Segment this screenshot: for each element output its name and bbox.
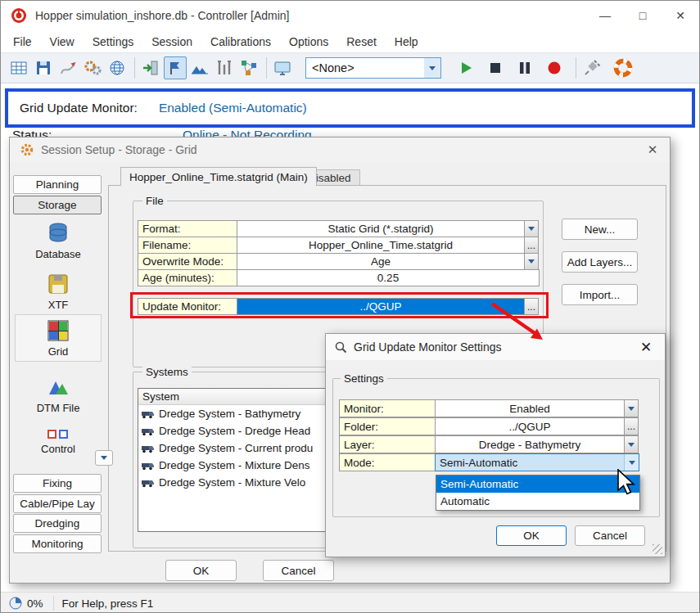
option-semi-automatic[interactable]: Semi-Automatic xyxy=(436,476,639,493)
add-layers-button[interactable]: Add Layers... xyxy=(562,251,638,273)
menu-reset[interactable]: Reset xyxy=(337,30,386,52)
monitor-ok-button[interactable]: OK xyxy=(496,525,567,546)
menu-options[interactable]: Options xyxy=(280,30,337,52)
overwrite-mode-dropdown-button[interactable] xyxy=(524,253,539,270)
filename-value[interactable]: Hopper_Online_Time.statgrid xyxy=(237,237,525,254)
help-lifering-icon[interactable] xyxy=(612,56,635,79)
minimize-button[interactable]: — xyxy=(586,1,624,30)
import-button[interactable]: Import... xyxy=(562,284,638,305)
menu-calibrations[interactable]: Calibrations xyxy=(201,30,280,52)
route-icon[interactable] xyxy=(56,56,79,79)
annotation-arrow xyxy=(487,299,553,346)
dtm-file-icon xyxy=(46,375,70,399)
xtf-label: XTF xyxy=(48,299,69,311)
menu-help[interactable]: Help xyxy=(386,30,427,52)
close-button[interactable]: ✕ xyxy=(662,1,699,30)
tab-statgrid-main[interactable]: Hopper_Online_Time.statgrid (Main) xyxy=(120,167,317,186)
progress-pie-icon xyxy=(9,597,22,610)
grid-icon xyxy=(46,318,70,343)
new-button[interactable]: New... xyxy=(562,219,638,240)
save-icon[interactable] xyxy=(32,56,55,79)
menu-file[interactable]: File xyxy=(4,30,41,52)
overwrite-mode-row: Overwrite Mode: Age xyxy=(138,253,539,270)
folder-browse-button[interactable]: ... xyxy=(624,417,639,435)
grid-table-icon[interactable] xyxy=(7,56,30,79)
monitor-close-icon[interactable]: ✕ xyxy=(637,339,655,356)
grid-update-monitor-value: Enabled (Semi-Automatic) xyxy=(159,101,307,115)
session-cancel-button[interactable]: Cancel xyxy=(263,560,334,581)
settings-group-label: Settings xyxy=(341,372,387,385)
sidebar-more-button[interactable] xyxy=(95,450,113,466)
format-value[interactable]: Static Grid (*.statgrid) xyxy=(237,220,525,237)
layer-label: Layer: xyxy=(339,435,436,453)
resize-grip[interactable] xyxy=(653,544,662,554)
sidebar-item-grid[interactable]: Grid xyxy=(15,314,102,362)
chevron-down-icon[interactable] xyxy=(624,454,639,471)
session-close-icon[interactable]: ✕ xyxy=(644,142,662,157)
sidebar-item-database[interactable]: Database xyxy=(15,218,102,264)
statusbar-help-text: For Help, press F1 xyxy=(62,597,154,610)
monitor-value[interactable]: Enabled xyxy=(435,399,625,417)
device-select-combo[interactable]: <None> xyxy=(305,57,441,79)
monitor-cancel-button[interactable]: Cancel xyxy=(575,525,645,546)
record-button[interactable] xyxy=(543,56,566,79)
grid-update-monitor-label: Grid Update Monitor: xyxy=(20,101,138,115)
file-group-label: File xyxy=(142,195,167,207)
connector-icon[interactable] xyxy=(580,56,603,79)
sidebar-item-monitoring[interactable]: Monitoring xyxy=(13,534,102,553)
mode-value: Semi-Automatic xyxy=(436,457,624,469)
monitor-dropdown-button[interactable] xyxy=(624,399,639,417)
sidebar-item-xtf[interactable]: XTF xyxy=(15,268,102,314)
format-dropdown-button[interactable] xyxy=(524,220,539,237)
levels-icon[interactable] xyxy=(213,56,236,79)
menu-view[interactable]: View xyxy=(41,30,84,52)
monitoring-label: Monitoring xyxy=(31,538,83,550)
menu-settings[interactable]: Settings xyxy=(84,30,143,52)
age-minutes-value[interactable]: 0.25 xyxy=(237,269,540,286)
sidebar-item-fixing[interactable]: Fixing xyxy=(13,474,102,493)
format-label: Format: xyxy=(138,220,237,237)
sidebar-item-dredging[interactable]: Dredging xyxy=(13,514,102,533)
filename-label: Filename: xyxy=(138,237,237,254)
layer-dropdown-button[interactable] xyxy=(624,435,639,453)
mode-combobox[interactable]: Semi-Automatic xyxy=(435,453,639,471)
network-icon[interactable] xyxy=(237,56,260,79)
filename-browse-button[interactable]: ... xyxy=(524,237,539,254)
globe-icon[interactable] xyxy=(106,56,129,79)
systems-group-label: Systems xyxy=(142,366,192,378)
matrix-view-icon[interactable] xyxy=(164,56,187,79)
monitor-dialog-title: Grid Update Monitor Settings xyxy=(354,340,502,354)
menu-session[interactable]: Session xyxy=(142,30,201,52)
toolbar: <None> xyxy=(1,52,699,83)
sidebar-item-control[interactable]: Control xyxy=(15,426,102,458)
gears-icon[interactable] xyxy=(81,56,104,79)
profile-icon[interactable] xyxy=(188,56,211,79)
menu-bar: File View Settings Session Calibrations … xyxy=(1,30,699,52)
grid-update-monitor-annotation: Grid Update Monitor: Enabled (Semi-Autom… xyxy=(5,88,695,128)
option-automatic[interactable]: Automatic xyxy=(436,493,639,510)
maximize-button[interactable]: □ xyxy=(624,1,662,30)
toolbar-separator xyxy=(266,57,267,79)
layer-value[interactable]: Dredge - Bathymetry xyxy=(435,435,625,453)
session-dialog-title: Session Setup - Storage - Grid xyxy=(41,143,197,156)
sidebar-item-planning[interactable]: Planning xyxy=(13,175,102,194)
dredging-label: Dredging xyxy=(35,517,80,530)
folder-row: Folder: ../QGUP ... xyxy=(339,417,639,435)
chevron-down-icon[interactable] xyxy=(424,58,440,78)
xtf-icon xyxy=(46,272,70,296)
sidebar-item-cable-pipe-lay[interactable]: Cable/Pipe Lay xyxy=(13,494,102,513)
display-icon[interactable] xyxy=(271,56,294,79)
session-dialog-titlebar[interactable]: Session Setup - Storage - Grid xyxy=(10,137,670,162)
overwrite-mode-value[interactable]: Age xyxy=(237,253,525,270)
play-button[interactable] xyxy=(454,56,477,79)
session-ok-button[interactable]: OK xyxy=(165,560,237,581)
pause-button[interactable] xyxy=(513,56,536,79)
sidebar-item-dtm-file[interactable]: DTM File xyxy=(15,372,102,417)
export-icon[interactable] xyxy=(139,56,162,79)
app-icon xyxy=(11,7,27,24)
folder-label: Folder: xyxy=(339,417,436,435)
stop-button[interactable] xyxy=(484,56,507,79)
sidebar-item-storage[interactable]: Storage xyxy=(13,196,102,214)
system-icon xyxy=(142,443,154,453)
folder-value[interactable]: ../QGUP xyxy=(435,417,625,435)
